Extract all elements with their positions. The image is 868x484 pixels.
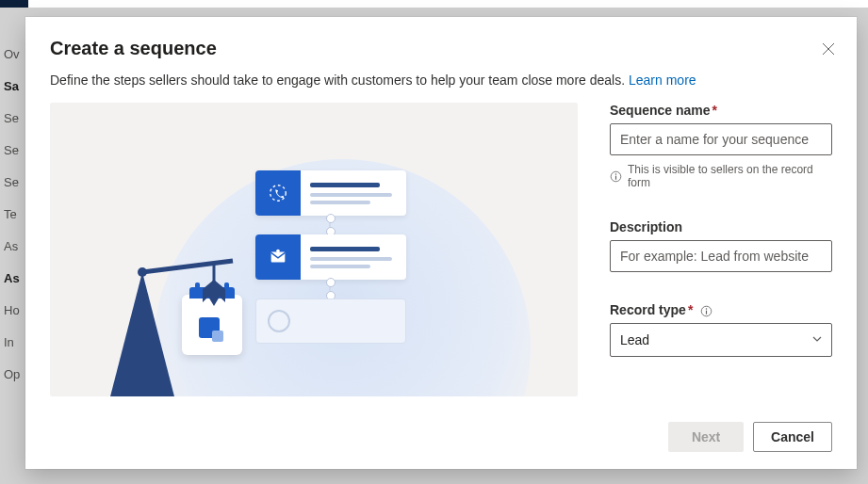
description-input[interactable]: [610, 240, 832, 272]
svg-point-2: [276, 250, 280, 253]
subtitle-text: Define the steps sellers should take to …: [50, 73, 629, 88]
svg-point-10: [706, 308, 707, 309]
svg-point-4: [138, 267, 147, 277]
sequence-name-input[interactable]: [610, 123, 832, 155]
svg-line-3: [142, 261, 233, 272]
info-icon: [610, 170, 622, 183]
record-type-select[interactable]: Lead: [610, 323, 832, 357]
close-icon: [822, 42, 835, 56]
svg-rect-1: [271, 252, 286, 263]
form-panel: Sequence name* This is visible to seller…: [610, 103, 832, 414]
dialog-footer: Next Cancel: [50, 422, 832, 452]
svg-point-7: [615, 173, 616, 174]
learn-more-link[interactable]: Learn more: [629, 73, 696, 88]
cancel-button[interactable]: Cancel: [753, 422, 832, 452]
close-button[interactable]: [817, 38, 840, 60]
dialog-title: Create a sequence: [50, 38, 832, 59]
illustration-panel: [50, 103, 578, 396]
next-button[interactable]: Next: [668, 422, 744, 452]
dialog-subtitle: Define the steps sellers should take to …: [50, 73, 832, 88]
sequence-name-helper: This is visible to sellers on the record…: [628, 163, 832, 189]
sequence-name-label: Sequence name*: [610, 103, 832, 118]
svg-rect-11: [706, 310, 707, 314]
record-type-label: Record type*: [610, 302, 832, 317]
create-sequence-dialog: Create a sequence Define the steps selle…: [25, 17, 857, 469]
info-icon[interactable]: [700, 305, 712, 317]
svg-point-0: [270, 186, 287, 202]
svg-rect-8: [615, 175, 616, 179]
description-label: Description: [610, 219, 832, 234]
